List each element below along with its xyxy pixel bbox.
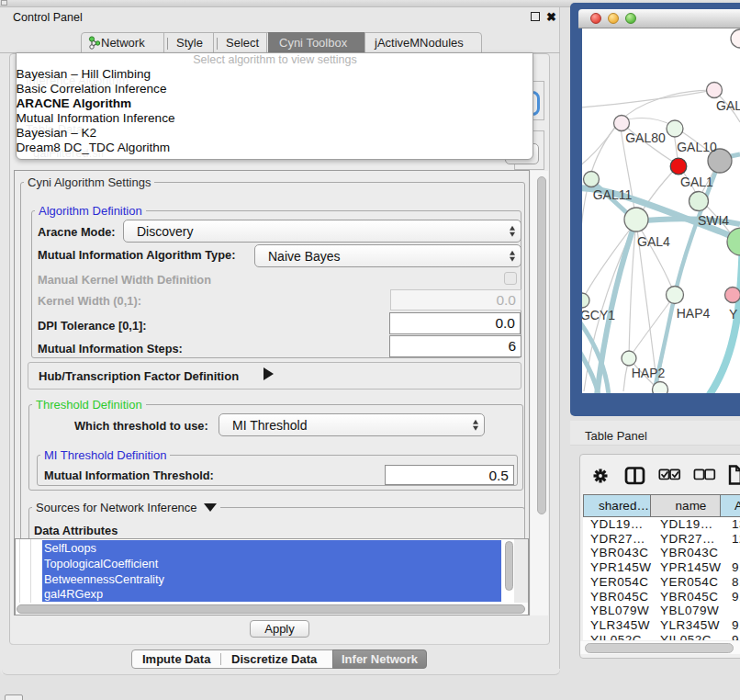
- svg-text:GCY1: GCY1: [582, 308, 615, 322]
- svg-text:SWI4: SWI4: [698, 213, 729, 228]
- svg-text:HAP2: HAP2: [632, 366, 666, 380]
- svg-text:GAL7: GAL7: [716, 98, 740, 113]
- svg-text:GAL80: GAL80: [625, 130, 666, 145]
- svg-text:HAP4: HAP4: [677, 306, 711, 321]
- svg-text:Y: Y: [729, 307, 738, 322]
- svg-text:GAL4: GAL4: [637, 234, 670, 249]
- svg-text:GAL1: GAL1: [680, 175, 713, 189]
- svg-text:GAL11: GAL11: [593, 187, 633, 202]
- svg-text:GAL10: GAL10: [677, 140, 717, 154]
